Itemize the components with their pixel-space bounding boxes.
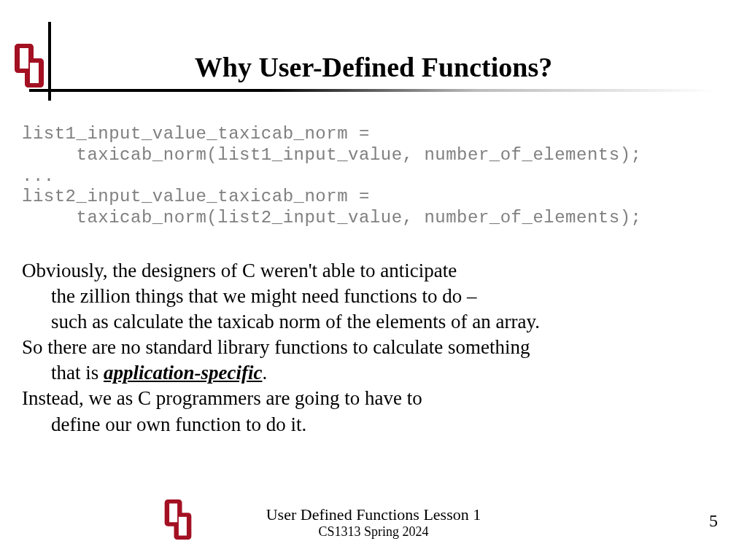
code-line: ... <box>22 166 55 186</box>
slide-content: list1_input_value_taxicab_norm = taxicab… <box>22 124 722 438</box>
paragraph-line: Instead, we as C programmers are going t… <box>22 386 722 411</box>
paragraph-line: Obviously, the designers of C weren't ab… <box>22 258 722 284</box>
code-line: taxicab_norm(list2_input_value, number_o… <box>22 208 641 228</box>
code-line: list1_input_value_taxicab_norm = <box>22 124 370 144</box>
paragraph-line: So there are no standard library functio… <box>22 335 722 360</box>
paragraph-line: such as calculate the taxicab norm of th… <box>22 309 722 335</box>
code-line: taxicab_norm(list1_input_value, number_o… <box>22 145 641 165</box>
slide-header: Why User-Defined Functions? <box>0 0 747 102</box>
body-text: Obviously, the designers of C weren't ab… <box>22 258 722 438</box>
footer-subtitle: CS1313 Spring 2024 <box>0 524 747 540</box>
text-span: that is <box>51 362 104 384</box>
page-number: 5 <box>709 511 718 531</box>
emphasized-term: application-specific <box>104 362 262 384</box>
text-span: . <box>262 362 267 384</box>
paragraph-line: the zillion things that we might need fu… <box>22 284 722 309</box>
paragraph-line: that is application-specific. <box>22 360 722 386</box>
slide-title: Why User-Defined Functions? <box>0 51 747 83</box>
footer-title: User Defined Functions Lesson 1 <box>0 505 747 524</box>
code-line: list2_input_value_taxicab_norm = <box>22 187 370 206</box>
slide-footer: User Defined Functions Lesson 1 CS1313 S… <box>0 505 747 540</box>
code-block: list1_input_value_taxicab_norm = taxicab… <box>22 124 722 229</box>
paragraph-line: define our own function to do it. <box>22 412 722 438</box>
header-horizontal-rule <box>29 89 715 92</box>
